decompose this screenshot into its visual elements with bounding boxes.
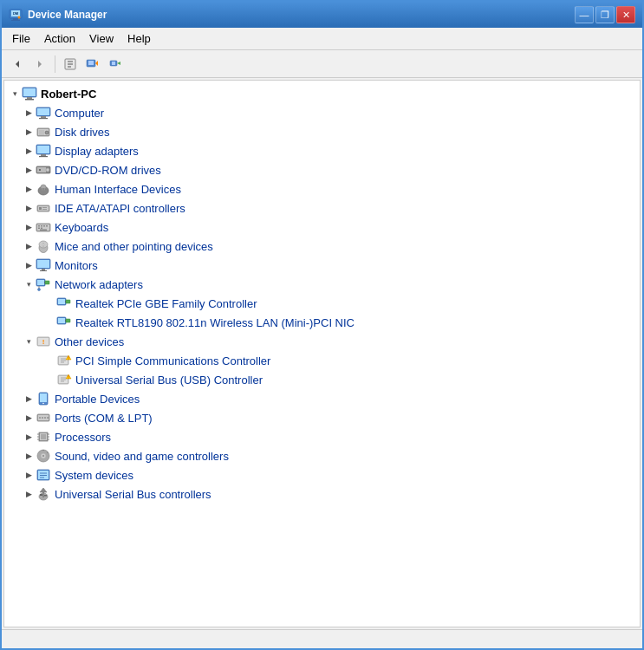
keyboards-label: Keyboards (55, 221, 108, 234)
dvd-expander[interactable]: ▶ (22, 163, 36, 177)
back-button[interactable] (7, 54, 28, 75)
tree-item-other-2[interactable]: ! Universal Serial Bus (USB) Controller (4, 370, 640, 389)
menu-view[interactable]: View (82, 29, 120, 48)
tree-item-ports[interactable]: ▶ Ports (COM & LPT) (4, 408, 640, 427)
tree-item-system[interactable]: ▶ System devices (4, 465, 640, 484)
ports-expander[interactable]: ▶ (22, 411, 36, 425)
svg-rect-60 (37, 260, 49, 268)
other-expander[interactable]: ▾ (22, 335, 36, 348)
display-expander[interactable]: ▶ (22, 144, 36, 158)
svg-rect-49 (41, 225, 42, 227)
svg-rect-43 (39, 207, 42, 210)
disk-expander[interactable]: ▶ (22, 125, 36, 139)
svg-rect-31 (41, 154, 46, 156)
ports-icon (36, 410, 51, 426)
title-bar: DM Device Manager — ❐ ✕ (2, 2, 642, 28)
menu-file[interactable]: File (5, 29, 37, 48)
menu-help[interactable]: Help (120, 29, 158, 48)
restore-button[interactable]: ❐ (595, 6, 615, 23)
tree-item-dvd[interactable]: ▶ DVD/CD-ROM drives (4, 160, 640, 179)
title-buttons: — ❐ ✕ (575, 6, 635, 23)
tree-item-sound[interactable]: ▶ Sound, video and game controllers (4, 446, 640, 465)
root-expander[interactable]: ▾ (8, 87, 22, 101)
tree-item-network[interactable]: ▾ Network adapters (4, 275, 640, 294)
svg-rect-2 (13, 18, 18, 20)
warning-device-icon-1: ! (56, 353, 72, 368)
svg-point-35 (46, 168, 49, 172)
tree-item-mice[interactable]: ▶ Mice and other pointing devices (4, 237, 640, 256)
network-child-1-label: Realtek PCIe GBE Family Controller (75, 297, 257, 310)
menu-action[interactable]: Action (37, 29, 82, 48)
properties-button[interactable] (60, 54, 81, 75)
ide-icon (36, 200, 51, 216)
tree-item-other-1[interactable]: ! PCI Simple Communications Controller (4, 351, 640, 370)
mice-expander[interactable]: ▶ (22, 239, 36, 253)
computer-icon (22, 86, 37, 101)
svg-rect-84 (61, 362, 64, 363)
scan-hardware-button[interactable] (105, 54, 126, 75)
svg-rect-30 (37, 146, 49, 153)
tree-item-other[interactable]: ▾ ! Other devices (4, 332, 640, 351)
tree-item-portable[interactable]: ▶ Portable Devices (4, 389, 640, 408)
svg-rect-118 (38, 471, 49, 479)
ide-label: IDE ATA/ATAPI controllers (55, 202, 185, 215)
ide-expander[interactable]: ▶ (22, 201, 36, 215)
forward-button[interactable] (29, 54, 50, 75)
minimize-button[interactable]: — (575, 6, 594, 23)
computer-label: Computer (55, 107, 104, 120)
device-tree-container[interactable]: ▾ Robert-PC ▶ (3, 80, 641, 627)
tree-item-network-2[interactable]: Realtek RTL8190 802.11n Wireless LAN (Mi… (4, 313, 640, 332)
tree-item-keyboards[interactable]: ▶ Keyboards (4, 218, 640, 237)
svg-rect-105 (41, 434, 46, 439)
sound-expander[interactable]: ▶ (22, 449, 36, 463)
root-label: Robert-PC (41, 88, 96, 101)
computer-device-icon (36, 105, 51, 120)
mouse-icon (36, 238, 51, 254)
update-driver-button[interactable] (82, 54, 103, 75)
svg-rect-70 (58, 299, 65, 304)
disk-label: Disk drives (55, 126, 110, 139)
warning-device-icon-2: ! (56, 372, 72, 387)
svg-rect-82 (61, 359, 66, 360)
svg-rect-64 (37, 280, 44, 285)
svg-point-100 (42, 417, 43, 419)
monitors-expander[interactable]: ▶ (22, 258, 36, 272)
svg-rect-15 (23, 88, 36, 96)
tree-root[interactable]: ▾ Robert-PC (4, 84, 640, 103)
close-button[interactable]: ✕ (616, 6, 635, 23)
other-devices-icon: ! (36, 334, 51, 349)
network-icon (36, 276, 51, 292)
usb-expander[interactable]: ▶ (22, 487, 36, 501)
tree-item-computer[interactable]: ▶ Computer (4, 103, 640, 122)
tree-item-monitors[interactable]: ▶ Monitors (4, 256, 640, 275)
ports-label: Ports (COM & LPT) (55, 412, 153, 425)
hid-icon (36, 181, 51, 197)
computer-expander[interactable]: ▶ (22, 106, 36, 120)
keyboard-icon (36, 219, 51, 235)
display-icon (36, 143, 51, 159)
tree-item-usb[interactable]: ▶ Universal Serial Bus controllers (4, 484, 640, 504)
tree-item-display[interactable]: ▶ Display adapters (4, 141, 640, 160)
network-expander[interactable]: ▾ (22, 277, 36, 291)
other-label: Other devices (55, 335, 124, 348)
tree-item-disk[interactable]: ▶ Disk drives (4, 122, 640, 141)
svg-rect-13 (112, 62, 115, 65)
system-expander[interactable]: ▶ (22, 468, 36, 482)
usb-icon (36, 486, 51, 502)
tree-item-hid[interactable]: ▶ Human Interface Devices (4, 179, 640, 198)
svg-point-58 (42, 244, 44, 246)
device-tree: ▾ Robert-PC ▶ (4, 81, 640, 507)
tree-item-ide[interactable]: ▶ IDE ATA/ATAPI controllers (4, 198, 640, 218)
svg-rect-48 (38, 225, 40, 227)
portable-expander[interactable]: ▶ (22, 392, 36, 406)
keyboards-expander[interactable]: ▶ (22, 220, 36, 234)
hid-expander[interactable]: ▶ (22, 182, 36, 196)
svg-rect-65 (45, 281, 49, 284)
svg-rect-21 (39, 118, 48, 119)
tree-item-processors[interactable]: ▶ Processors (4, 427, 640, 446)
tree-item-network-1[interactable]: Realtek PCIe GBE Family Controller (4, 294, 640, 313)
svg-rect-20 (41, 116, 46, 118)
svg-rect-89 (61, 378, 66, 379)
svg-rect-50 (43, 225, 45, 227)
processors-expander[interactable]: ▶ (22, 430, 36, 444)
